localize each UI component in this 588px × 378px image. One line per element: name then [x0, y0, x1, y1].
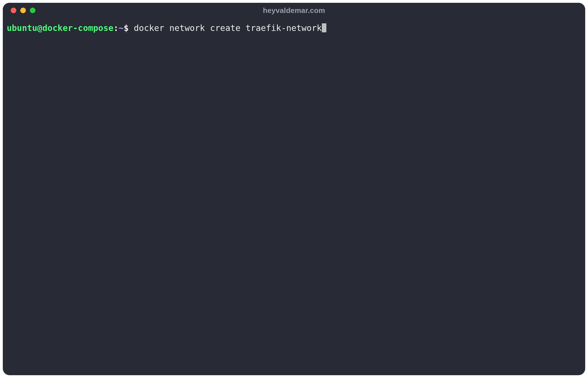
traffic-lights — [3, 8, 35, 13]
prompt-colon: : — [113, 23, 118, 33]
minimize-button[interactable] — [20, 8, 26, 13]
prompt-cwd: ~ — [118, 23, 124, 33]
cursor-icon — [322, 23, 326, 32]
prompt-symbol: $ — [124, 23, 129, 33]
title-bar: heyvaldemar.com — [3, 3, 585, 18]
prompt-user-host: ubuntu@docker-compose — [7, 23, 113, 33]
prompt-line: ubuntu@docker-compose:~$ docker network … — [7, 22, 581, 34]
terminal-window: heyvaldemar.com ubuntu@docker-compose:~$… — [3, 3, 585, 375]
terminal-body[interactable]: ubuntu@docker-compose:~$ docker network … — [3, 18, 585, 375]
window-title: heyvaldemar.com — [263, 6, 325, 15]
command-text: docker network create traefik-network — [134, 23, 322, 33]
maximize-button[interactable] — [30, 8, 35, 13]
close-button[interactable] — [11, 8, 16, 13]
